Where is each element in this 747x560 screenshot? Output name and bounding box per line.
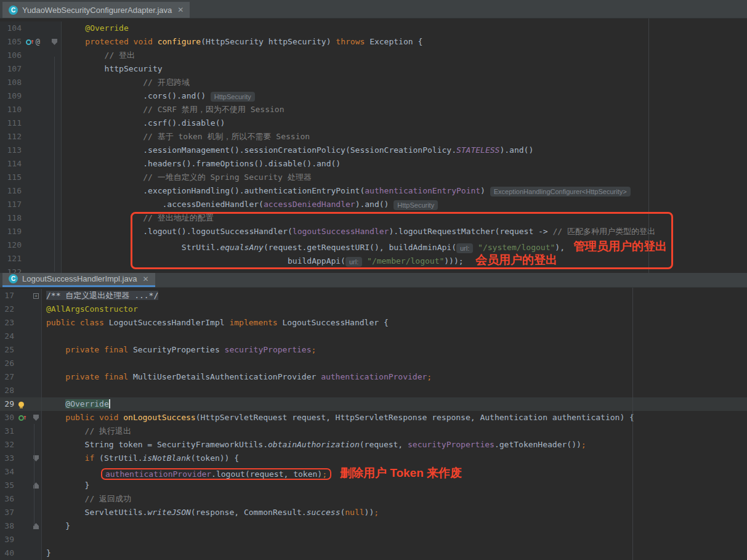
- tab-yudao-web-security-configurer-adapter[interactable]: C YudaoWebSecurityConfigurerAdapter.java…: [2, 2, 190, 18]
- code-segment: StrUtil.: [66, 243, 220, 252]
- gutter: 111: [0, 116, 62, 130]
- code-text: [42, 384, 747, 397]
- code-text: buildAppApi(url: "/member/logout"))); 会员…: [62, 252, 747, 266]
- line-number: 22: [0, 302, 18, 316]
- code-segment: ServletUtils.: [46, 508, 147, 517]
- code-line-120[interactable]: 120 StrUtil.equalsAny(request.getRequest…: [0, 238, 747, 252]
- code-line-117[interactable]: 117 .accessDeniedHandler(accessDeniedHan…: [0, 198, 747, 211]
- gutter-icons: [18, 465, 31, 479]
- line-number: 120: [0, 238, 26, 252]
- tab-logout-success-handler-impl[interactable]: C LogoutSuccessHandlerImpl.java ✕: [2, 273, 155, 287]
- gutter-icons: [18, 492, 31, 506]
- close-icon[interactable]: ✕: [142, 275, 148, 283]
- code-line-29[interactable]: 29 @Override: [0, 397, 747, 411]
- code-line-122[interactable]: 122: [0, 266, 747, 273]
- gutter: 120: [0, 238, 62, 252]
- gutter: 119: [0, 225, 62, 238]
- code-text: @Override: [42, 397, 747, 411]
- code-line-39[interactable]: 39: [0, 533, 747, 546]
- code-segment: // 登出: [66, 51, 135, 60]
- code-line-111[interactable]: 111 .csrf().disable(): [0, 116, 747, 130]
- code-text: authenticationProvider.logout(request, t…: [42, 465, 747, 479]
- fold-column: [31, 519, 41, 533]
- code-segment: STATELESS: [456, 145, 499, 155]
- code-line-40[interactable]: 40}: [0, 546, 747, 560]
- code-line-17[interactable]: 17+/** 自定义退出处理器 ...*/: [0, 289, 747, 302]
- code-segment: )): [365, 508, 374, 517]
- fold-expand-icon[interactable]: +: [33, 293, 39, 299]
- code-line-32[interactable]: 32 String token = SecurityFrameworkUtils…: [0, 438, 747, 452]
- gutter-icons: [18, 316, 31, 330]
- code-line-115[interactable]: 115 // 一堆自定义的 Spring Security 处理器: [0, 171, 747, 184]
- gutter-icons: [26, 103, 48, 116]
- code-line-109[interactable]: 109 .cors().and() HttpSecurity: [0, 89, 747, 103]
- gutter: 22: [0, 302, 42, 316]
- code-line-112[interactable]: 112 // 基于 token 机制，所以不需要 Session: [0, 130, 747, 144]
- gutter-icons: [18, 330, 31, 343]
- code-line-114[interactable]: 114 .headers().frameOptions().disable().…: [0, 157, 747, 171]
- code-line-26[interactable]: 26: [0, 357, 747, 370]
- line-number: 105: [0, 35, 26, 49]
- code-line-33[interactable]: 33 if (StrUtil.isNotBlank(token)) {: [0, 452, 747, 465]
- code-line-34[interactable]: 34 authenticationProvider.logout(request…: [0, 465, 747, 479]
- fold-column: [31, 397, 41, 411]
- line-number: 40: [0, 546, 18, 560]
- gutter: 32: [0, 438, 42, 452]
- code-segment: @Override: [66, 23, 129, 33]
- intention-bulb-icon[interactable]: [18, 402, 24, 407]
- code-line-27[interactable]: 27 private final MultiUserDetailsAuthent…: [0, 370, 747, 384]
- code-segment: .exceptionHandling().authenticationEntry…: [66, 186, 365, 195]
- code-line-35[interactable]: 35 }: [0, 479, 747, 492]
- gutter: 107: [0, 62, 62, 76]
- fold-collapse-icon[interactable]: [33, 415, 39, 421]
- code-line-36[interactable]: 36 // 返回成功: [0, 492, 747, 506]
- code-segment: LogoutSuccessHandler {: [283, 318, 389, 327]
- code-line-119[interactable]: 119 .logout().logoutSuccessHandler(logou…: [0, 225, 747, 238]
- gutter-icons: [18, 506, 31, 519]
- code-line-110[interactable]: 110 // CSRF 禁用，因为不使用 Session: [0, 103, 747, 116]
- code-editor-top[interactable]: 104 @Override105↑@ protected void config…: [0, 18, 747, 273]
- code-line-31[interactable]: 31 // 执行退出: [0, 424, 747, 438]
- code-line-37[interactable]: 37 ServletUtils.writeJSON(response, Comm…: [0, 506, 747, 519]
- code-line-25[interactable]: 25 private final SecurityProperties secu…: [0, 343, 747, 357]
- code-text: [42, 357, 747, 370]
- code-line-105[interactable]: 105↑@ protected void configure(HttpSecur…: [0, 35, 747, 49]
- gutter: 122: [0, 266, 62, 273]
- code-line-108[interactable]: 108 // 开启跨域: [0, 76, 747, 89]
- code-line-113[interactable]: 113 .sessionManagement().sessionCreation…: [0, 144, 747, 157]
- fold-column: [31, 330, 41, 343]
- override-method-icon[interactable]: ↑: [26, 35, 34, 49]
- code-line-121[interactable]: 121 buildAppApi(url: "/member/logout")))…: [0, 252, 747, 266]
- code-line-107[interactable]: 107 httpSecurity: [0, 62, 747, 76]
- code-text: // 返回成功: [42, 492, 747, 506]
- code-line-23[interactable]: 23public class LogoutSuccessHandlerImpl …: [0, 316, 747, 330]
- gutter-icons: [26, 144, 48, 157]
- fold-column: [31, 384, 41, 397]
- close-icon[interactable]: ✕: [177, 6, 184, 14]
- code-line-116[interactable]: 116 .exceptionHandling().authenticationE…: [0, 184, 747, 198]
- gutter: 106: [0, 49, 62, 62]
- line-number: 115: [0, 171, 26, 184]
- code-line-38[interactable]: 38 }: [0, 519, 747, 533]
- code-line-24[interactable]: 24: [0, 330, 747, 343]
- gutter: 114: [0, 157, 62, 171]
- code-text: .csrf().disable(): [62, 116, 747, 130]
- gutter: 39: [0, 533, 42, 546]
- fold-scope-line: [54, 57, 55, 272]
- code-line-30[interactable]: 30↑ public void onLogoutSuccess(HttpServ…: [0, 411, 747, 424]
- code-segment: .headers().frameOptions().disable().and(…: [66, 159, 341, 168]
- fold-column: [31, 357, 41, 370]
- implements-method-icon[interactable]: ↑: [18, 411, 27, 424]
- code-line-28[interactable]: 28: [0, 384, 747, 397]
- fold-collapse-icon[interactable]: [52, 39, 57, 45]
- code-editor-bottom[interactable]: 17+/** 自定义退出处理器 ...*/22@AllArgsConstruct…: [0, 288, 747, 560]
- code-line-104[interactable]: 104 @Override: [0, 22, 747, 35]
- gutter-icons: [26, 266, 48, 273]
- code-line-118[interactable]: 118 // 登出地址的配置: [0, 211, 747, 225]
- line-number: 35: [0, 479, 18, 492]
- code-line-106[interactable]: 106 // 登出: [0, 49, 747, 62]
- gutter-icons: [26, 130, 48, 144]
- code-text: /** 自定义退出处理器 ...*/: [42, 289, 747, 302]
- code-line-22[interactable]: 22@AllArgsConstructor: [0, 302, 747, 316]
- code-segment: if: [46, 453, 99, 463]
